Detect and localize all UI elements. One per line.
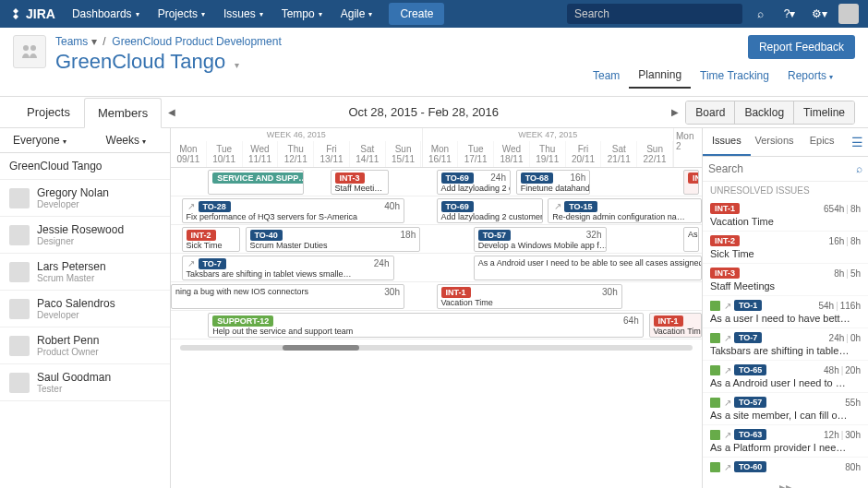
task-card[interactable]: TO-6816hFinetune datahandlin… xyxy=(516,170,591,195)
breadcrumb-teams[interactable]: Teams xyxy=(55,35,88,48)
task-card[interactable]: INT-1Vacation Tim… xyxy=(649,313,703,338)
timeline-row: INT-2Sick TimeTO-4018hScrum Master Dutie… xyxy=(171,225,702,254)
task-card[interactable]: TO-69Add lazyloading 2 customerview xyxy=(437,198,543,223)
issue-row[interactable]: ↗TO-6080hAs a site member, I can mark… xyxy=(703,458,868,476)
horizontal-scrollbar[interactable] xyxy=(180,345,693,351)
project-title[interactable]: GreenCloud Tango xyxy=(55,50,584,74)
issue-row[interactable]: INT-38h|5hStaff Meetings xyxy=(703,264,868,296)
link-icon: ↗ xyxy=(552,201,562,211)
nav-projects[interactable]: Projects xyxy=(149,7,214,20)
avatar xyxy=(9,225,30,245)
task-card[interactable]: SUPPORT-1264hHelp out the service and su… xyxy=(208,313,644,338)
issue-type-icon xyxy=(710,333,720,343)
panel-tab-versions[interactable]: Versions xyxy=(751,128,799,156)
svg-point-0 xyxy=(23,45,29,51)
avatar xyxy=(9,373,30,393)
timeline-row: 30hning a bug with new IOS connectorsINT… xyxy=(171,282,702,311)
tab-projects[interactable]: Projects xyxy=(13,97,84,127)
list-view-icon[interactable]: ☰ xyxy=(846,128,868,156)
nav-tempo[interactable]: Tempo xyxy=(272,7,332,20)
jira-logo[interactable]: JIRA xyxy=(9,6,55,21)
issue-row[interactable]: ↗TO-6312h|30hAs a Platform provider I ne… xyxy=(703,425,868,458)
issue-type-icon xyxy=(710,430,720,440)
svg-point-1 xyxy=(30,45,36,51)
avatar xyxy=(9,336,30,356)
task-card[interactable]: INT-2Sick Time xyxy=(182,227,240,252)
task-card[interactable]: TO-5732hDevelop a Windows Mobile app f… xyxy=(474,227,607,252)
timeline-row: SUPPORT-1264hHelp out the service and su… xyxy=(171,311,702,339)
breadcrumb-project[interactable]: GreenCloud Product Development xyxy=(112,35,281,48)
member-row[interactable]: Paco SalendrosDeveloper xyxy=(0,291,170,327)
task-card[interactable]: As… xyxy=(683,227,699,252)
issue-row[interactable]: ↗TO-154h|116hAs a user I need to have be… xyxy=(703,296,868,328)
link-icon: ↗ xyxy=(722,430,732,440)
tab-members[interactable]: Members xyxy=(84,98,162,128)
member-row[interactable]: Jessie RosewoodDesigner xyxy=(0,217,170,254)
nav-dashboards[interactable]: Dashboards xyxy=(63,7,149,20)
report-feedback-button[interactable]: Report Feedback xyxy=(748,35,855,59)
avatar xyxy=(9,262,30,282)
task-card[interactable]: TO-6924hAdd lazyloading 2 cus… xyxy=(437,170,512,195)
member-row[interactable]: Lars PetersenScrum Master xyxy=(0,254,170,291)
task-card[interactable]: ↗TO-2840hFix performance of HQ3 servers … xyxy=(182,198,405,223)
help-icon[interactable]: ?▾ xyxy=(778,2,802,26)
search-icon[interactable]: ⌕ xyxy=(856,162,862,175)
filter-everyone[interactable]: Everyone xyxy=(13,134,66,147)
more-icon[interactable]: ▸▸ xyxy=(703,476,868,488)
member-row[interactable]: Robert PennProduct Owner xyxy=(0,327,170,364)
issues-panel: IssuesVersionsEpics☰ ⌕ UNRESOLVED ISSUES… xyxy=(702,128,868,488)
issue-row[interactable]: ↗TO-724h|0hTaksbars are shifting in tabl… xyxy=(703,328,868,361)
task-card[interactable]: ↗TO-15Re-design admin configuration na… xyxy=(548,198,702,223)
task-card[interactable]: SERVICE AND SUPP… xyxy=(208,170,304,195)
gear-icon[interactable]: ⚙▾ xyxy=(807,2,831,26)
avatar xyxy=(9,188,30,208)
link-icon: ↗ xyxy=(722,301,732,311)
issue-row[interactable]: INT-1654h|8hVacation Time xyxy=(703,199,868,232)
prev-arrow-icon[interactable]: ◀ xyxy=(162,102,182,123)
issue-row[interactable]: ↗TO-5755hAs a site member, I can fill o… xyxy=(703,393,868,425)
timeline-row: ↗TO-724hTaksbars are shifting in tablet … xyxy=(171,254,702,282)
issue-row[interactable]: ↗TO-6548h|20hAs a Android user I need to… xyxy=(703,361,868,393)
tab-team[interactable]: Team xyxy=(584,64,629,88)
tab-reports[interactable]: Reports xyxy=(778,64,842,88)
global-search-input[interactable] xyxy=(567,4,742,24)
task-card[interactable]: As a Android user I need to be able to s… xyxy=(474,256,702,280)
top-nav: JIRA DashboardsProjectsIssuesTempoAgile … xyxy=(0,0,868,28)
search-icon[interactable]: ⌕ xyxy=(748,2,772,26)
link-icon: ↗ xyxy=(722,398,732,408)
date-range: Oct 28, 2015 - Feb 28, 2016 xyxy=(182,105,665,119)
issues-search-input[interactable] xyxy=(708,162,856,175)
view-backlog[interactable]: Backlog xyxy=(734,101,793,124)
task-card[interactable]: INT-130hVacation Time xyxy=(437,284,622,309)
create-button[interactable]: Create xyxy=(389,3,444,25)
issue-type-icon xyxy=(710,301,720,311)
avatar xyxy=(9,299,30,319)
task-card[interactable]: 30hning a bug with new IOS connectors xyxy=(171,284,404,309)
task-card[interactable]: ↗TO-724hTaksbars are shifting in tablet … xyxy=(182,256,394,280)
link-icon: ↗ xyxy=(187,201,197,211)
user-avatar[interactable] xyxy=(838,4,859,24)
filter-weeks[interactable]: Weeks xyxy=(106,134,146,147)
nav-issues[interactable]: Issues xyxy=(214,7,272,20)
panel-tab-epics[interactable]: Epics xyxy=(798,128,846,156)
team-icon xyxy=(13,35,46,68)
task-card[interactable]: INT-3Staff Meeti… xyxy=(331,170,389,195)
member-row[interactable]: Gregory NolanDeveloper xyxy=(0,180,170,217)
members-sidebar: Everyone Weeks GreenCloud Tango Gregory … xyxy=(0,128,171,488)
member-row[interactable]: Saul GoodmanTester xyxy=(0,364,170,401)
view-timeline[interactable]: Timeline xyxy=(793,101,854,124)
tab-planning[interactable]: Planning xyxy=(629,63,691,89)
tab-time-tracking[interactable]: Time Tracking xyxy=(691,64,778,88)
issue-row[interactable]: INT-216h|8hSick Time xyxy=(703,232,868,264)
view-mode-buttons: BoardBacklogTimeline xyxy=(685,101,855,125)
next-arrow-icon[interactable]: ▶ xyxy=(665,102,685,123)
team-row[interactable]: GreenCloud Tango xyxy=(0,153,170,180)
toolbar: ProjectsMembers ◀ Oct 28, 2015 - Feb 28,… xyxy=(0,97,868,128)
view-board[interactable]: Board xyxy=(686,101,734,124)
panel-tab-issues[interactable]: Issues xyxy=(703,128,751,156)
task-card[interactable]: IN xyxy=(683,170,699,195)
link-icon: ↗ xyxy=(722,365,732,375)
task-card[interactable]: TO-4018hScrum Master Duties xyxy=(246,227,421,252)
timeline-row: ↗TO-2840hFix performance of HQ3 servers … xyxy=(171,196,702,225)
nav-agile[interactable]: Agile xyxy=(332,7,382,20)
